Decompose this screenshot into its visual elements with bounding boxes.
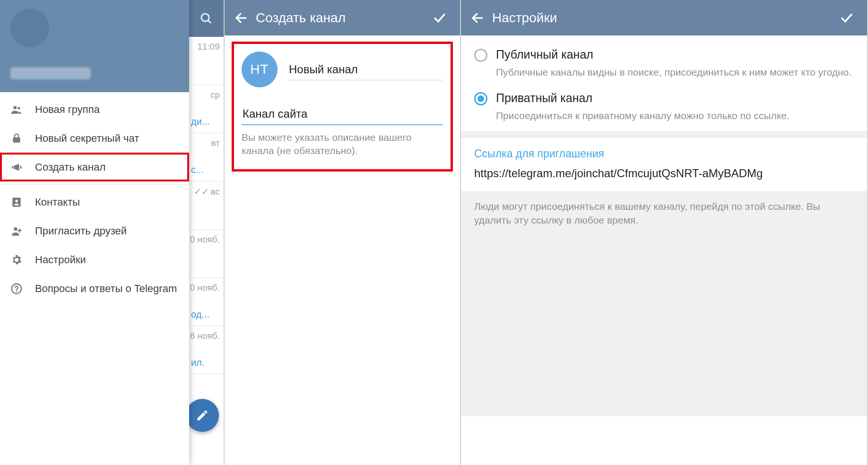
- add-user-icon: [10, 225, 35, 237]
- header-title: Создать канал: [256, 10, 429, 26]
- screen-create-channel: Создать канал НТ Вы можете указать описа…: [225, 0, 461, 465]
- arrow-left-icon: [470, 11, 485, 25]
- create-channel-form: НТ Вы можете указать описание вашего кан…: [234, 44, 451, 169]
- drawer-item-gear[interactable]: Настройки: [0, 245, 189, 274]
- screen-channel-settings: Настройки Публичный канал Публичные кана…: [461, 0, 868, 465]
- screen-chats-with-drawer: 11:09срди...втс...✓✓вс0 нояб.0 нояб.од..…: [0, 0, 225, 465]
- chat-time: 8 нояб.: [189, 331, 220, 341]
- chat-row[interactable]: втс...: [189, 133, 224, 181]
- chat-time: ✓✓вс: [189, 186, 220, 197]
- drawer-item-help[interactable]: Вопросы и ответы о Telegram: [0, 274, 189, 303]
- back-button[interactable]: [470, 11, 492, 25]
- invite-link-footer: Люди могут присоединяться к вашему канал…: [461, 191, 867, 416]
- contact-icon: [10, 196, 35, 208]
- drawer-item-contact[interactable]: Контакты: [0, 188, 189, 216]
- drawer-item-label: Новая группа: [35, 103, 100, 116]
- radio-icon: [474, 49, 487, 62]
- lock-icon: [10, 132, 35, 145]
- drawer-item-label: Настройки: [35, 254, 86, 266]
- svg-point-9: [16, 291, 17, 292]
- drawer-item-group[interactable]: Новая группа: [0, 95, 189, 124]
- arrow-left-icon: [234, 11, 248, 25]
- invite-link-title: Ссылка для приглашения: [474, 147, 854, 160]
- search-icon: [199, 11, 213, 26]
- chat-time: 11:09: [189, 42, 220, 52]
- drawer-header: [0, 0, 189, 92]
- svg-point-0: [201, 14, 209, 21]
- drawer-separator: [0, 184, 189, 185]
- description-hint: Вы можете указать описание вашего канала…: [242, 131, 443, 158]
- radio-label: Публичный канал: [496, 48, 593, 62]
- channel-avatar[interactable]: НТ: [242, 52, 278, 87]
- account-name-blurred: [10, 67, 91, 79]
- chat-row[interactable]: срди...: [189, 85, 224, 133]
- svg-point-2: [13, 106, 17, 109]
- avatar-initials: НТ: [250, 62, 269, 77]
- back-button[interactable]: [234, 11, 256, 25]
- header: Создать канал: [225, 0, 460, 35]
- header-title: Настройки: [492, 10, 836, 26]
- chat-row[interactable]: 0 нояб.од...: [189, 278, 224, 326]
- chat-snippet: ди...: [191, 116, 210, 127]
- chat-snippet: с...: [191, 164, 204, 175]
- drawer-item-label: Создать канал: [35, 161, 105, 173]
- chat-row[interactable]: ✓✓вс: [189, 181, 224, 230]
- radio-label: Приватный канал: [496, 91, 592, 105]
- confirm-button[interactable]: [429, 11, 451, 25]
- pencil-icon: [196, 409, 209, 422]
- section-divider: [461, 131, 867, 138]
- header: Настройки: [461, 0, 867, 35]
- radio-icon: [474, 92, 487, 105]
- drawer-item-label: Новый секретный чат: [35, 132, 139, 145]
- chat-row[interactable]: 8 нояб.ил.: [189, 326, 224, 374]
- private-channel-description: Присоединиться к приватному каналу можно…: [496, 109, 854, 122]
- gear-icon: [10, 254, 35, 266]
- svg-point-7: [14, 227, 17, 230]
- drawer-item-label: Контакты: [35, 196, 80, 208]
- drawer-menu: Новая группаНовый секретный чатСоздать к…: [0, 92, 189, 306]
- chat-row[interactable]: 0 нояб.: [189, 230, 224, 278]
- svg-rect-4: [13, 137, 20, 142]
- drawer-item-megaphone[interactable]: Создать канал: [0, 153, 189, 181]
- chat-time: вт: [189, 138, 220, 148]
- chat-row[interactable]: 11:09: [189, 37, 224, 85]
- check-icon: [840, 11, 854, 25]
- chat-time: 0 нояб.: [189, 283, 220, 293]
- drawer-item-label: Вопросы и ответы о Telegram: [35, 283, 177, 295]
- search-button[interactable]: [188, 0, 224, 37]
- svg-point-6: [15, 199, 18, 202]
- invite-link-value[interactable]: https://telegram.me/joinchat/CfmcujutQsN…: [474, 166, 854, 181]
- svg-line-1: [208, 20, 211, 23]
- check-icon: [433, 11, 447, 25]
- megaphone-icon: [10, 161, 35, 173]
- radio-public-channel[interactable]: Публичный канал: [474, 44, 854, 65]
- avatar[interactable]: [10, 9, 49, 47]
- radio-private-channel[interactable]: Приватный канал: [474, 87, 854, 108]
- navigation-drawer: Новая группаНовый секретный чатСоздать к…: [0, 0, 189, 465]
- channel-description-input[interactable]: [242, 103, 443, 125]
- drawer-item-lock[interactable]: Новый секретный чат: [0, 124, 189, 153]
- help-icon: [10, 283, 35, 295]
- public-channel-description: Публичные каналы видны в поиске, присоед…: [496, 66, 854, 79]
- svg-point-3: [17, 107, 20, 109]
- drawer-item-add-user[interactable]: Пригласить друзей: [0, 216, 189, 245]
- channel-name-input[interactable]: [288, 59, 443, 80]
- chat-snippet: од...: [191, 309, 209, 320]
- chat-snippet: ил.: [191, 357, 204, 368]
- read-checks-icon: ✓✓: [194, 187, 209, 197]
- confirm-button[interactable]: [836, 11, 858, 25]
- drawer-item-label: Пригласить друзей: [35, 225, 127, 237]
- chat-time: 0 нояб.: [189, 234, 220, 245]
- group-icon: [10, 103, 35, 116]
- compose-fab[interactable]: [186, 399, 219, 432]
- chat-time: ср: [189, 90, 220, 100]
